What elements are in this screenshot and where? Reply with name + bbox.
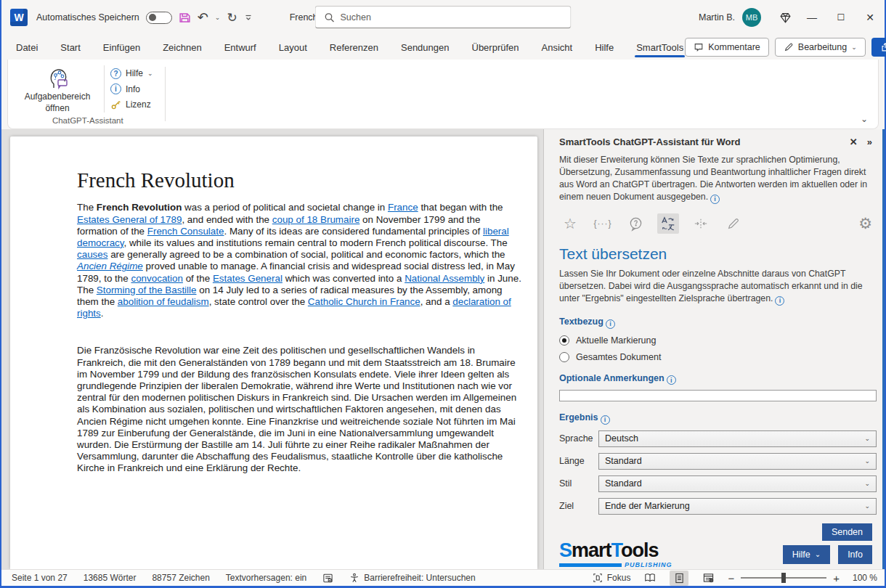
section-info-icon[interactable]: i bbox=[775, 296, 784, 306]
zoom-slider-thumb[interactable] bbox=[781, 573, 786, 583]
user-avatar[interactable]: MB bbox=[742, 8, 761, 27]
radio-whole-document[interactable]: Gesamtes Dokument bbox=[559, 352, 877, 362]
doc-hyperlink[interactable]: Storming of the Bastille bbox=[97, 285, 197, 295]
radio-current-selection[interactable]: Aktuelle Markierung bbox=[559, 335, 877, 346]
textbezug-info-icon[interactable]: i bbox=[606, 319, 615, 329]
doc-hyperlink[interactable]: coup of 18 Brumaire bbox=[272, 214, 360, 225]
settings-gear-icon[interactable]: ⚙ bbox=[858, 215, 872, 232]
tab-datei[interactable]: Datei bbox=[15, 37, 39, 58]
save-icon[interactable] bbox=[179, 12, 191, 24]
open-taskpane-button[interactable]: Aufgabenbereich öffnen bbox=[15, 64, 99, 114]
result-info-icon[interactable]: i bbox=[601, 415, 610, 425]
doc-text: . bbox=[101, 308, 104, 319]
tab-start[interactable]: Start bbox=[59, 37, 81, 58]
doc-text: French Revolution bbox=[97, 202, 182, 213]
ribbon-license-button[interactable]: Lizenz bbox=[110, 97, 153, 112]
tab-sendungen[interactable]: Sendungen bbox=[399, 37, 451, 58]
question-bubble-icon[interactable] bbox=[625, 213, 646, 234]
zoom-slider[interactable] bbox=[741, 577, 826, 579]
notes-input[interactable] bbox=[559, 390, 877, 401]
doc-hyperlink[interactable]: Catholic Church in France bbox=[308, 296, 420, 307]
panel-help-button[interactable]: Hilfe⌄ bbox=[783, 545, 830, 564]
ribbon-info-button[interactable]: i Info bbox=[110, 82, 153, 97]
doc-hyperlink[interactable]: France bbox=[388, 202, 418, 213]
ziel-select[interactable]: Ende der Markierung ⌄ bbox=[598, 498, 877, 515]
chatgpt-head-icon bbox=[44, 65, 70, 90]
laenge-select[interactable]: Standard ⌄ bbox=[598, 453, 877, 470]
taskpane-close-icon[interactable]: ✕ bbox=[850, 136, 858, 147]
editing-mode-button[interactable]: Bearbeitung ⌄ bbox=[775, 38, 866, 57]
comments-button[interactable]: Kommentare bbox=[685, 38, 769, 57]
page-indicator[interactable]: Seite 1 von 27 bbox=[12, 573, 68, 583]
panel-scrollbar[interactable] bbox=[882, 129, 885, 569]
ribbon-help-button[interactable]: ? Hilfe ⌄ bbox=[110, 66, 153, 81]
shorten-icon[interactable] bbox=[690, 213, 712, 234]
tab-referenzen[interactable]: Referenzen bbox=[328, 37, 380, 58]
focus-icon bbox=[593, 573, 603, 583]
doc-hyperlink[interactable]: French Consulate bbox=[147, 226, 224, 237]
text-predictions[interactable]: Textvorhersagen: ein bbox=[226, 573, 306, 583]
web-layout-button[interactable] bbox=[699, 571, 718, 586]
close-button[interactable]: ✕ bbox=[855, 0, 885, 35]
zoom-level[interactable]: 100 % bbox=[850, 573, 877, 583]
tab-layout[interactable]: Layout bbox=[277, 37, 309, 58]
translate-icon[interactable] bbox=[657, 213, 679, 234]
stil-select[interactable]: Standard ⌄ bbox=[598, 475, 877, 492]
taskpane-intro: Mit dieser Erweiterung können Sie Texte … bbox=[559, 154, 877, 204]
radio-button-unselected[interactable] bbox=[559, 352, 569, 362]
share-button[interactable]: Freigeben ⌄ bbox=[871, 38, 886, 57]
redo-icon[interactable]: ↻ bbox=[227, 12, 237, 24]
taskpane-collapse-icon[interactable]: » bbox=[867, 136, 872, 147]
tab-ansicht[interactable]: Ansicht bbox=[540, 37, 574, 58]
favorites-star-icon[interactable]: ☆ bbox=[559, 213, 581, 234]
doc-hyperlink[interactable]: abolition of feudalism bbox=[118, 296, 209, 307]
accessibility-status[interactable]: Barrierefreiheit: Untersuchen bbox=[349, 573, 475, 583]
zoom-in-button[interactable]: + bbox=[833, 572, 840, 584]
tab-entwurf[interactable]: Entwurf bbox=[223, 37, 258, 58]
read-mode-button[interactable] bbox=[641, 571, 659, 586]
editor-icon[interactable] bbox=[322, 573, 333, 584]
word-count[interactable]: 13685 Wörter bbox=[84, 573, 137, 583]
doc-hyperlink[interactable]: Estates General bbox=[213, 273, 283, 284]
document-page[interactable]: French Revolution The French Revolution … bbox=[10, 136, 537, 569]
undo-icon[interactable]: ↶ bbox=[198, 11, 208, 24]
tab-zeichnen[interactable]: Zeichnen bbox=[161, 37, 203, 58]
sprache-select[interactable]: Deutsch ⌄ bbox=[598, 430, 877, 447]
tab-einfuegen[interactable]: Einfügen bbox=[102, 37, 142, 58]
focus-mode-button[interactable]: Fokus bbox=[593, 573, 631, 583]
doc-hyperlink[interactable]: National Assembly bbox=[405, 273, 484, 284]
prompts-braces-icon[interactable]: {···} bbox=[592, 213, 614, 234]
panel-info-button[interactable]: Info bbox=[838, 545, 872, 564]
ribbon-separator bbox=[104, 65, 105, 113]
ziel-chevron-icon: ⌄ bbox=[864, 502, 870, 510]
doc-hyperlink[interactable]: convocation bbox=[131, 273, 182, 284]
doc-hyperlink[interactable]: Estates General of 1789 bbox=[77, 214, 182, 225]
sprache-value: Deutsch bbox=[605, 433, 638, 444]
user-name[interactable]: Martin B. bbox=[699, 12, 735, 23]
char-count[interactable]: 88757 Zeichen bbox=[152, 573, 209, 583]
tab-smarttools[interactable]: SmartTools bbox=[635, 37, 685, 58]
rewrite-pencil-icon[interactable] bbox=[723, 213, 744, 234]
notes-info-icon[interactable]: i bbox=[667, 375, 676, 385]
search-box[interactable] bbox=[315, 6, 572, 28]
tab-hilfe[interactable]: Hilfe bbox=[593, 37, 615, 58]
comments-label: Kommentare bbox=[708, 42, 760, 52]
premium-diamond-icon[interactable] bbox=[773, 0, 797, 35]
doc-hyperlink[interactable]: Ancien Régime bbox=[77, 261, 143, 271]
print-layout-button[interactable] bbox=[670, 571, 688, 586]
maximize-button[interactable]: ☐ bbox=[826, 0, 855, 35]
search-input[interactable] bbox=[341, 12, 562, 23]
intro-info-icon[interactable]: i bbox=[710, 195, 720, 204]
radio-button-selected[interactable] bbox=[559, 335, 569, 346]
zoom-out-button[interactable]: − bbox=[728, 572, 734, 584]
autosave-toggle[interactable] bbox=[146, 12, 172, 24]
doc-hyperlink[interactable]: causes bbox=[77, 249, 107, 260]
doc-text: , and ended with the bbox=[182, 214, 272, 225]
send-button[interactable]: Senden bbox=[822, 523, 872, 541]
collapse-ribbon-icon[interactable]: ⌄ bbox=[861, 114, 868, 124]
editing-label: Bearbeitung bbox=[798, 42, 847, 52]
tab-ueberpruefen[interactable]: Überprüfen bbox=[471, 37, 521, 58]
minimize-button[interactable]: — bbox=[797, 0, 826, 35]
undo-chevron-icon[interactable]: ⌄ bbox=[215, 14, 221, 21]
quick-access-overflow-icon[interactable] bbox=[244, 13, 253, 22]
